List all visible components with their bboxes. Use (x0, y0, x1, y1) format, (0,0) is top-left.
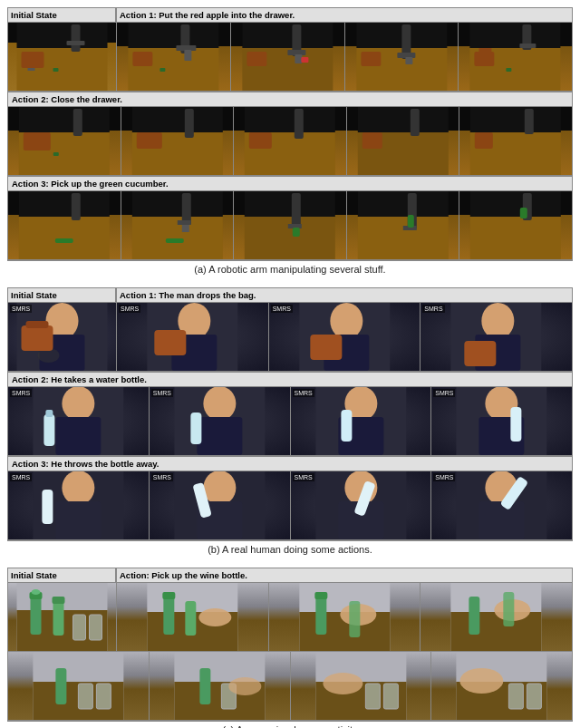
frame-human-b2-2: SMRS (150, 387, 291, 455)
caption-a: (a) A robotic arm manipulating several s… (7, 261, 573, 280)
smrs-badge-b1-1: SMRS (119, 305, 140, 313)
svg-rect-67 (292, 193, 301, 228)
svg-rect-142 (162, 592, 175, 599)
svg-rect-51 (470, 107, 561, 132)
svg-rect-116 (55, 501, 101, 539)
svg-rect-153 (469, 597, 480, 635)
frame-human-b1-2: SMRS (269, 303, 421, 371)
svg-rect-136 (53, 597, 65, 604)
svg-point-119 (203, 471, 236, 505)
svg-rect-59 (131, 191, 222, 217)
svg-rect-168 (365, 684, 380, 709)
svg-rect-50 (362, 132, 382, 149)
svg-rect-150 (349, 601, 360, 637)
svg-rect-148 (314, 592, 327, 599)
frame-robot-a2-3 (234, 107, 347, 175)
frame-robot-a3-3 (234, 191, 347, 259)
svg-rect-32 (479, 48, 492, 53)
svg-rect-20 (246, 52, 266, 66)
svg-point-90 (330, 303, 362, 339)
svg-rect-25 (405, 57, 412, 64)
svg-point-103 (203, 387, 236, 421)
smrs-badge-b3-3: SMRS (293, 473, 314, 481)
svg-rect-71 (358, 217, 449, 259)
frame-robot-a1-4 (459, 23, 572, 91)
svg-point-94 (482, 303, 515, 339)
smrs-badge-b1-3: SMRS (422, 305, 444, 313)
frame-human-b1-3: SMRS (420, 303, 572, 371)
frame-ego-c2-1 (8, 652, 150, 720)
smrs-badge-b2-2: SMRS (151, 389, 173, 397)
svg-rect-42 (136, 132, 161, 149)
svg-rect-65 (245, 191, 335, 217)
frame-ego-init (8, 583, 116, 651)
smrs-badge-b2-3: SMRS (293, 389, 314, 397)
frame-human-b3-3: SMRS (291, 471, 432, 539)
svg-rect-173 (509, 684, 524, 709)
frame-human-b3-4: SMRS (431, 471, 572, 539)
frame-ego-c1-3 (420, 583, 572, 651)
svg-rect-54 (475, 132, 493, 149)
svg-rect-4 (22, 52, 44, 68)
smrs-badge-b3-2: SMRS (151, 473, 173, 481)
svg-rect-96 (465, 341, 497, 366)
smrs-badge-b2-4: SMRS (433, 389, 455, 397)
figure-c: Initial State (7, 568, 573, 728)
frame-robot-a2-5 (459, 107, 572, 175)
svg-rect-34 (19, 107, 110, 132)
frame-ego-c2-4 (431, 652, 572, 720)
caption-c: (c) An ego-view human activity (7, 722, 573, 728)
smrs-badge-b2-1: SMRS (10, 389, 32, 397)
svg-point-144 (198, 608, 231, 626)
svg-rect-61 (181, 193, 190, 225)
svg-rect-43 (245, 107, 335, 132)
action2-label-b: Action 2: He takes a water bottle. (8, 372, 572, 387)
svg-rect-12 (132, 52, 152, 66)
frame-ego-c2-3 (291, 652, 432, 720)
svg-rect-152 (451, 612, 542, 651)
svg-rect-14 (242, 23, 333, 48)
svg-point-98 (62, 387, 94, 421)
svg-rect-64 (165, 238, 183, 243)
svg-rect-36 (73, 109, 82, 136)
svg-rect-104 (197, 417, 242, 455)
svg-rect-160 (96, 684, 111, 709)
frame-human-b3-2: SMRS (150, 471, 291, 539)
svg-point-175 (460, 668, 504, 694)
svg-rect-117 (42, 490, 53, 524)
svg-rect-100 (44, 414, 54, 446)
frame-robot-a3-2 (121, 191, 235, 259)
svg-rect-163 (199, 668, 210, 704)
frame-robot-a1-2 (231, 23, 345, 91)
svg-point-170 (323, 673, 362, 694)
svg-rect-147 (315, 597, 326, 635)
initial-state-label-c: Initial State (8, 568, 116, 583)
frame-human-b3-1: SMRS (8, 471, 150, 539)
svg-rect-83 (22, 325, 53, 351)
svg-rect-6 (53, 68, 59, 72)
figure-a: Initial State (7, 7, 573, 280)
svg-rect-57 (72, 193, 81, 220)
svg-rect-39 (131, 107, 222, 132)
svg-point-165 (228, 677, 261, 695)
svg-rect-45 (295, 109, 304, 139)
svg-rect-13 (160, 68, 165, 72)
initial-state-label-b: Initial State (8, 288, 116, 303)
action2-label-a: Action 2: Close the drawer. (8, 92, 572, 107)
frame-robot-a1-3 (345, 23, 459, 91)
frame-ego-c1-2 (269, 583, 421, 651)
smrs-badge-b1-2: SMRS (271, 305, 293, 313)
frame-human-b2-3: SMRS (291, 387, 432, 455)
svg-rect-5 (28, 68, 35, 71)
svg-rect-138 (90, 615, 102, 640)
smrs-badge-b3-1: SMRS (10, 473, 32, 481)
action1-label-a: Action 1: Put the red apple into the dra… (117, 8, 572, 23)
frame-human-b2-4: SMRS (431, 387, 572, 455)
svg-rect-113 (511, 407, 522, 442)
frame-human-b2-1: SMRS (8, 387, 150, 455)
frame-ego-c2-2 (150, 652, 291, 720)
svg-rect-74 (408, 215, 414, 228)
svg-rect-49 (411, 109, 420, 136)
svg-rect-135 (53, 601, 64, 636)
svg-rect-19 (301, 57, 308, 63)
